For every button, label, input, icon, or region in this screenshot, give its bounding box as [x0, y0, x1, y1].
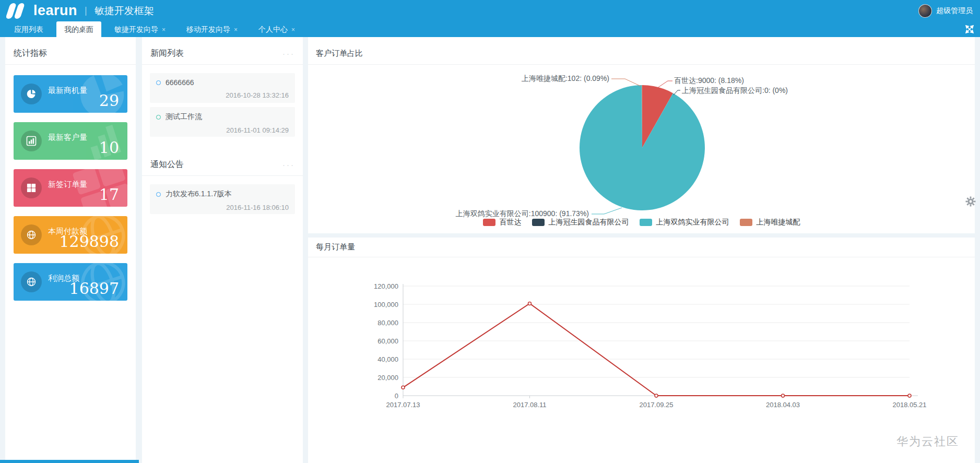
- tab-mobile-dev-wizard[interactable]: 移动开发向导×: [179, 21, 245, 37]
- tab-bar: 应用列表 我的桌面 敏捷开发向导× 移动开发向导× 个人中心×: [0, 21, 980, 37]
- y-axis-tick-label: 20,000: [377, 374, 398, 382]
- y-axis-tick-label: 100,000: [374, 301, 398, 308]
- panel-title-stats: 统计指标: [14, 48, 47, 59]
- legend-label: 百世达: [500, 218, 522, 227]
- pie-callout-label: 上海双鸽实业有限公司:100900: (91.73%): [456, 209, 589, 218]
- bullet-icon: [156, 115, 161, 120]
- bar-chart-icon: [21, 130, 42, 151]
- line-chart: 120,000100,00080,00060,00040,00020,00002…: [308, 238, 975, 422]
- pie-callout-line: [592, 208, 622, 214]
- bullet-icon: [156, 80, 161, 85]
- data-point-marker[interactable]: [908, 394, 911, 397]
- app-title: 敏捷开发框架: [95, 4, 154, 18]
- user-menu[interactable]: 超级管理员: [918, 4, 980, 18]
- stats-panel-header: 统计指标: [5, 37, 136, 65]
- legend-item[interactable]: 上海冠生园食品有限公司: [532, 218, 629, 227]
- notice-panel-header: 通知公告 ···: [142, 148, 303, 176]
- panel-menu-dots-icon[interactable]: ···: [282, 50, 295, 57]
- learun-logo-icon: [6, 3, 28, 19]
- username: 超级管理员: [936, 6, 973, 16]
- news-list-item[interactable]: 测试工作流 2016-11-01 09:14:29: [150, 107, 295, 137]
- pie-callout-label: 上海冠生园食品有限公司:0: (0%): [682, 86, 788, 94]
- stat-card-new-orders[interactable]: 新签订单量 17: [14, 169, 127, 207]
- stat-card-customers[interactable]: 最新客户量 10: [14, 122, 127, 160]
- pie-callout-label: 百世达:9000: (8.18%): [674, 76, 744, 85]
- x-axis-tick-label: 2017.08.11: [513, 401, 546, 409]
- bullet-icon: [156, 192, 161, 197]
- legend-swatch: [740, 219, 752, 226]
- charts-column: 客户订单占比 百世达:9000: (8.18%)上海冠生园食品有限公司:0: (…: [308, 37, 975, 463]
- stat-card-week-payment[interactable]: 本周付款额 129898: [14, 216, 127, 254]
- news-item-time: 2016-11-01 09:14:29: [156, 126, 289, 134]
- expand-arrows-icon[interactable]: [965, 25, 974, 33]
- brand-divider: |: [85, 5, 87, 16]
- news-panel: 新闻列表 ··· 6666666 2016-10-28 13:32:16 测试工…: [142, 37, 303, 463]
- legend-item[interactable]: 上海双鸽实业有限公司: [640, 218, 729, 227]
- legend-swatch: [483, 219, 495, 226]
- y-axis-tick-label: 40,000: [377, 355, 398, 363]
- y-axis-tick-label: 60,000: [377, 337, 398, 345]
- y-axis-tick-label: 120,000: [374, 282, 398, 290]
- legend-swatch: [640, 219, 652, 226]
- legend-item[interactable]: 上海唯捷城配: [740, 218, 800, 227]
- news-list-item[interactable]: 6666666 2016-10-28 13:32:16: [150, 73, 295, 103]
- tab-app-list[interactable]: 应用列表: [6, 21, 51, 37]
- news-item-title: 6666666: [166, 78, 194, 87]
- stat-card-opportunities[interactable]: 最新商机量 29: [14, 75, 127, 113]
- globe-icon: [21, 271, 42, 292]
- x-axis-tick-label: 2018.05.21: [892, 401, 926, 409]
- notice-item-title: 力软发布6.1.1.7版本: [166, 189, 232, 199]
- tab-my-desktop[interactable]: 我的桌面: [56, 21, 101, 37]
- card-gap: [308, 233, 975, 238]
- bar-chart-watermark-icon: [69, 122, 127, 160]
- y-axis-tick-label: 0: [395, 392, 398, 400]
- tab-agile-dev-wizard[interactable]: 敏捷开发向导×: [107, 21, 173, 37]
- settings-gear-icon[interactable]: [965, 196, 976, 207]
- legend-swatch: [532, 219, 545, 226]
- app-root: learun | 敏捷开发框架 超级管理员 应用列表 我的桌面 敏捷开发向导× …: [0, 0, 980, 463]
- tab-close-icon[interactable]: ×: [234, 26, 238, 33]
- horizontal-scrollbar-thumb[interactable]: [0, 460, 139, 463]
- panel-title-news: 新闻列表: [150, 48, 184, 59]
- legend-label: 上海双鸽实业有限公司: [656, 218, 729, 227]
- pie-chart-icon: [21, 84, 42, 104]
- news-item-title: 测试工作流: [166, 112, 202, 122]
- data-point-marker[interactable]: [528, 302, 532, 305]
- windows-grid-watermark-icon: [69, 169, 127, 207]
- pie-callout-line: [658, 81, 672, 87]
- pie-callout-label: 上海唯捷城配:102: (0.09%): [522, 74, 609, 82]
- line-series: [403, 303, 910, 396]
- globe-icon: [21, 224, 42, 245]
- legend-item[interactable]: 百世达: [483, 218, 522, 227]
- pie-chart-watermark-icon: [69, 75, 127, 113]
- stats-panel: 统计指标 最新商机量 29 最新客户量 10: [5, 37, 136, 463]
- tab-close-icon[interactable]: ×: [162, 26, 166, 33]
- stat-card-total-profit[interactable]: 利润总额 16897: [14, 263, 127, 301]
- panel-menu-dots-icon[interactable]: ···: [282, 161, 295, 169]
- tab-label: 我的桌面: [64, 25, 93, 33]
- avatar[interactable]: [918, 4, 932, 18]
- notice-list-item[interactable]: 力软发布6.1.1.7版本 2016-11-16 18:06:10: [150, 184, 295, 214]
- pie-chart: 百世达:9000: (8.18%)上海冠生园食品有限公司:0: (0%)上海双鸽…: [308, 37, 975, 233]
- data-point-marker[interactable]: [655, 394, 658, 397]
- tab-label: 敏捷开发向导: [114, 25, 158, 33]
- notice-item-time: 2016-11-16 18:06:10: [156, 204, 289, 211]
- tab-close-icon[interactable]: ×: [291, 26, 295, 33]
- chart-legend: 百世达上海冠生园食品有限公司上海双鸽实业有限公司上海唯捷城配: [308, 218, 975, 227]
- legend-label: 上海冠生园食品有限公司: [549, 218, 629, 227]
- y-axis-tick-label: 80,000: [377, 319, 398, 327]
- data-point-marker[interactable]: [402, 386, 405, 389]
- data-point-marker[interactable]: [782, 394, 785, 397]
- legend-label: 上海唯捷城配: [757, 218, 800, 227]
- x-axis-tick-label: 2018.04.03: [766, 401, 800, 409]
- content: 统计指标 最新商机量 29 最新客户量 10: [0, 37, 980, 463]
- x-axis-tick-label: 2017.07.13: [386, 401, 420, 409]
- panel-title-notice: 通知公告: [150, 159, 184, 170]
- windows-grid-icon: [21, 177, 42, 198]
- watermark: 华为云社区: [896, 434, 959, 449]
- pie-callout-line: [611, 79, 641, 86]
- news-item-time: 2016-10-28 13:32:16: [156, 91, 289, 99]
- tab-personal-center[interactable]: 个人中心×: [251, 21, 303, 37]
- brand: learun | 敏捷开发框架: [0, 3, 154, 19]
- pie-chart-card: 客户订单占比 百世达:9000: (8.18%)上海冠生园食品有限公司:0: (…: [308, 37, 975, 233]
